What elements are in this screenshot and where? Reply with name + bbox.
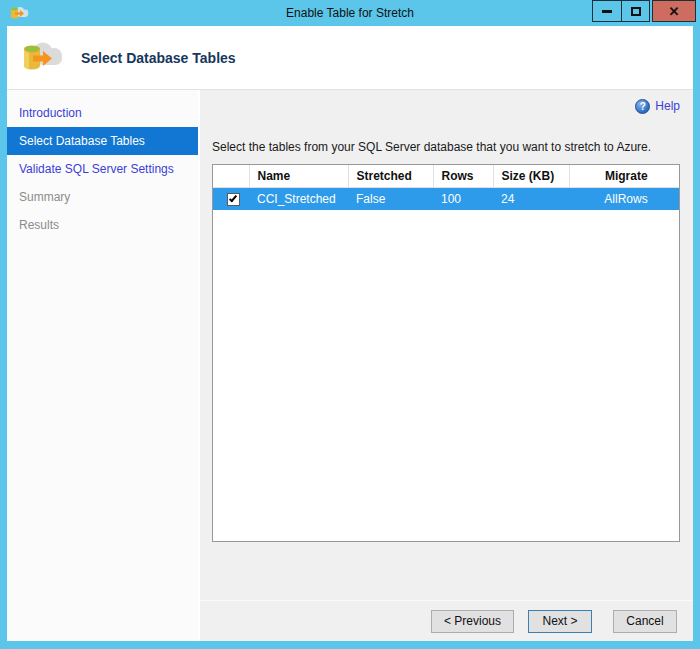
minimize-button[interactable] [592, 0, 621, 22]
table-row[interactable]: CCI_Stretched False 100 24 AllRows [213, 187, 679, 210]
help-link[interactable]: Help [655, 99, 680, 113]
stretch-database-icon [19, 38, 67, 78]
wizard-header: Select Database Tables [7, 26, 693, 90]
cell-size-kb: 24 [493, 187, 569, 210]
button-bar: < Previous Next > Cancel [200, 600, 693, 641]
cell-name: CCI_Stretched [249, 187, 348, 210]
column-header-name[interactable]: Name [249, 165, 348, 187]
previous-button[interactable]: < Previous [431, 610, 514, 633]
select-tables-panel: ? Help Select the tables from your SQL S… [200, 90, 693, 600]
row-checkbox[interactable] [227, 193, 240, 206]
page-title: Select Database Tables [81, 50, 236, 66]
cell-rows: 100 [433, 187, 493, 210]
sidebar-item-validate-sql-server-settings[interactable]: Validate SQL Server Settings [7, 155, 198, 183]
column-header-stretched[interactable]: Stretched [348, 165, 433, 187]
column-header-checkbox [213, 165, 249, 187]
maximize-icon [631, 7, 641, 16]
tables-table: Name Stretched Rows Size (KB) Migrate [213, 165, 679, 210]
sidebar-item-summary: Summary [7, 183, 198, 211]
wizard-steps-sidebar: Introduction Select Database Tables Vali… [7, 90, 200, 641]
close-icon: ✕ [669, 4, 680, 19]
title-bar: Enable Table for Stretch ✕ [0, 0, 700, 26]
minimize-icon [602, 10, 612, 13]
content-area: Introduction Select Database Tables Vali… [7, 90, 693, 641]
help-icon: ? [635, 99, 650, 114]
sidebar-item-results: Results [7, 211, 198, 239]
maximize-button[interactable] [621, 0, 650, 22]
dialog-frame: Select Database Tables Introduction Sele… [7, 26, 693, 641]
main-column: ? Help Select the tables from your SQL S… [200, 90, 693, 641]
enable-table-for-stretch-dialog: { "window": { "title": "Enable Table for… [0, 0, 700, 649]
checkmark-icon [229, 194, 237, 203]
table-header-row: Name Stretched Rows Size (KB) Migrate [213, 165, 679, 187]
column-header-size-kb[interactable]: Size (KB) [493, 165, 569, 187]
column-header-rows[interactable]: Rows [433, 165, 493, 187]
row-checkbox-cell [213, 187, 249, 210]
cell-stretched: False [348, 187, 433, 210]
column-header-migrate[interactable]: Migrate [569, 165, 679, 187]
tables-grid: Name Stretched Rows Size (KB) Migrate [212, 164, 680, 542]
help-row: ? Help [212, 98, 680, 114]
close-button[interactable]: ✕ [652, 0, 696, 22]
instruction-text: Select the tables from your SQL Server d… [212, 140, 680, 154]
sidebar-item-introduction[interactable]: Introduction [7, 99, 198, 127]
caption-buttons: ✕ [592, 0, 696, 22]
sidebar-item-select-database-tables[interactable]: Select Database Tables [7, 127, 198, 155]
cancel-button[interactable]: Cancel [613, 610, 677, 633]
cell-migrate: AllRows [569, 187, 679, 210]
next-button[interactable]: Next > [528, 610, 592, 633]
